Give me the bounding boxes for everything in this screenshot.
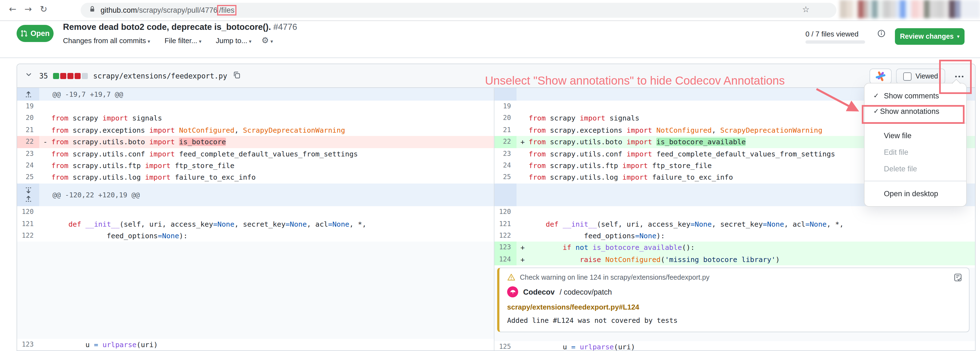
diff-line: 125 u = urlparse(uri) bbox=[495, 341, 975, 351]
diff-line: 22-from scrapy.utils.boto import is_boto… bbox=[17, 136, 494, 148]
git-pull-request-icon bbox=[21, 30, 28, 37]
code-text: from scrapy.utils.ftp import ftp_store_f… bbox=[51, 160, 494, 172]
line-number[interactable]: 123 bbox=[17, 338, 39, 351]
viewport: ← → ↻ github.com/scrapy/scrapy/pull/4776… bbox=[0, 0, 980, 351]
hunk-header-text: @@ -120,22 +120,19 @@ bbox=[39, 183, 140, 206]
jump-to-dropdown[interactable]: Jump to...▾ bbox=[216, 36, 251, 45]
pr-state-badge: Open bbox=[17, 25, 54, 42]
info-icon[interactable] bbox=[877, 29, 886, 40]
back-icon[interactable]: ← bbox=[6, 2, 20, 16]
viewed-checkbox[interactable] bbox=[903, 72, 912, 80]
diffstat-block bbox=[60, 73, 66, 79]
kebab-highlight-box bbox=[939, 60, 972, 94]
code-text: from scrapy.utils.log import failure_to_… bbox=[51, 172, 494, 183]
hunk-header-text bbox=[517, 183, 530, 206]
diff-marker bbox=[517, 148, 529, 160]
review-changes-button[interactable]: Review changes▾ bbox=[895, 28, 964, 45]
line-number[interactable]: 24 bbox=[17, 160, 39, 172]
diff-line: 122 feed_options=None): bbox=[17, 230, 494, 242]
code-text: raise NotConfigured('missing botocore li… bbox=[529, 254, 975, 266]
commits-filter-dropdown[interactable]: Changes from all commits▾ bbox=[63, 36, 150, 45]
browser-extensions-blurred bbox=[840, 0, 980, 18]
annotation-header: Check warning on line 124 in scrapy/exte… bbox=[520, 273, 710, 281]
annotation-row: Check warning on line 124 in scrapy/exte… bbox=[495, 268, 975, 341]
line-number[interactable]: 20 bbox=[495, 112, 517, 124]
hunk-header-row: @@ -19,7 +19,7 @@ bbox=[17, 88, 494, 101]
pr-number: #4776 bbox=[273, 22, 297, 32]
line-number[interactable]: 25 bbox=[17, 172, 39, 183]
menu-item-edit-file: Edit file bbox=[865, 144, 966, 160]
line-number[interactable]: 20 bbox=[17, 112, 39, 124]
pr-title: Remove dead boto2 code, deprecate is_bot… bbox=[63, 22, 297, 32]
line-number[interactable]: 122 bbox=[495, 230, 517, 242]
line-number[interactable]: 22 bbox=[17, 136, 39, 148]
line-number[interactable]: 22 bbox=[495, 136, 517, 148]
codecov-check-name: Codecov bbox=[523, 288, 555, 296]
diff-line: 21from scrapy.exceptions import NotConfi… bbox=[17, 124, 494, 136]
diff-filler bbox=[17, 242, 494, 339]
code-text bbox=[529, 206, 975, 218]
show-annotations-highlight-box bbox=[862, 105, 964, 124]
code-text bbox=[51, 101, 494, 112]
warning-triangle-icon bbox=[507, 273, 515, 281]
line-number[interactable]: 120 bbox=[17, 206, 39, 218]
diff-marker bbox=[517, 160, 529, 172]
diff-marker bbox=[39, 206, 51, 218]
diff-marker bbox=[39, 101, 51, 112]
diff-pane-left: @@ -19,7 +19,7 @@1920from scrapy import … bbox=[17, 88, 494, 351]
codecov-extension-icon bbox=[875, 71, 886, 82]
collapse-chevron-icon[interactable] bbox=[25, 71, 33, 81]
diff-settings-gear-icon[interactable]: ⚙▾ bbox=[261, 35, 273, 45]
diff-marker bbox=[39, 230, 51, 242]
expand-diff-button[interactable] bbox=[17, 88, 39, 101]
viewed-label: Viewed bbox=[915, 72, 938, 80]
line-number[interactable]: 19 bbox=[17, 101, 39, 112]
file-filter-dropdown[interactable]: File filter...▾ bbox=[165, 36, 202, 45]
reload-icon[interactable]: ↻ bbox=[37, 2, 51, 16]
expand-diff-button[interactable] bbox=[17, 183, 39, 206]
diff-marker bbox=[517, 341, 529, 351]
line-number[interactable]: 125 bbox=[495, 341, 517, 351]
line-number[interactable]: 19 bbox=[495, 101, 517, 112]
menu-item-view-file[interactable]: View file bbox=[865, 127, 966, 144]
codecov-file-link[interactable]: scrapy/extensions/feedexport.py#L124 bbox=[507, 303, 961, 311]
file-path: scrapy/extensions/feedexport.py bbox=[93, 72, 227, 80]
diff-line: 19 bbox=[17, 101, 494, 112]
line-number[interactable]: 120 bbox=[495, 206, 517, 218]
bookmark-star-icon[interactable]: ☆ bbox=[802, 5, 810, 14]
codecov-extension-button[interactable] bbox=[870, 69, 892, 84]
code-text: feed_options=None): bbox=[529, 230, 975, 242]
line-number[interactable]: 121 bbox=[17, 218, 39, 230]
diff-line: 122 feed_options=None): bbox=[495, 230, 975, 242]
line-number[interactable]: 123 bbox=[495, 242, 517, 254]
diff-marker bbox=[39, 218, 51, 230]
checklist-icon[interactable] bbox=[953, 273, 963, 284]
code-text bbox=[51, 206, 494, 218]
copy-path-icon[interactable] bbox=[233, 70, 241, 81]
line-number[interactable]: 25 bbox=[495, 172, 517, 183]
hunk-header-text: @@ -19,7 +19,7 @@ bbox=[39, 88, 123, 101]
code-text: u = urlparse(uri) bbox=[51, 338, 494, 351]
line-number[interactable]: 24 bbox=[495, 160, 517, 172]
menu-item-open-in-desktop[interactable]: Open in desktop bbox=[865, 185, 966, 202]
diff-marker bbox=[517, 206, 529, 218]
diff-marker bbox=[39, 112, 51, 124]
forward-icon[interactable]: → bbox=[21, 2, 35, 16]
line-number[interactable]: 121 bbox=[495, 218, 517, 230]
viewed-toggle-button[interactable]: Viewed bbox=[896, 69, 945, 84]
line-number[interactable]: 23 bbox=[495, 148, 517, 160]
instruction-arrow bbox=[814, 86, 865, 117]
line-number[interactable]: 21 bbox=[495, 124, 517, 136]
address-bar[interactable]: github.com/scrapy/scrapy/pull/4776/files bbox=[81, 3, 836, 18]
line-number[interactable]: 23 bbox=[17, 148, 39, 160]
diff-line: 23from scrapy.utils.conf import feed_com… bbox=[17, 148, 494, 160]
file-changes-count: 35 bbox=[39, 72, 48, 80]
line-number[interactable]: 21 bbox=[17, 124, 39, 136]
line-number[interactable]: 124 bbox=[495, 254, 517, 266]
diffstat-block bbox=[53, 73, 59, 79]
code-text: from scrapy.exceptions import NotConfigu… bbox=[51, 124, 494, 136]
diff-line: 25from scrapy.utils.log import failure_t… bbox=[17, 172, 494, 183]
line-number[interactable]: 122 bbox=[17, 230, 39, 242]
codecov-message: Added line #L124 was not covered by test… bbox=[507, 316, 961, 324]
lock-icon bbox=[88, 5, 96, 16]
